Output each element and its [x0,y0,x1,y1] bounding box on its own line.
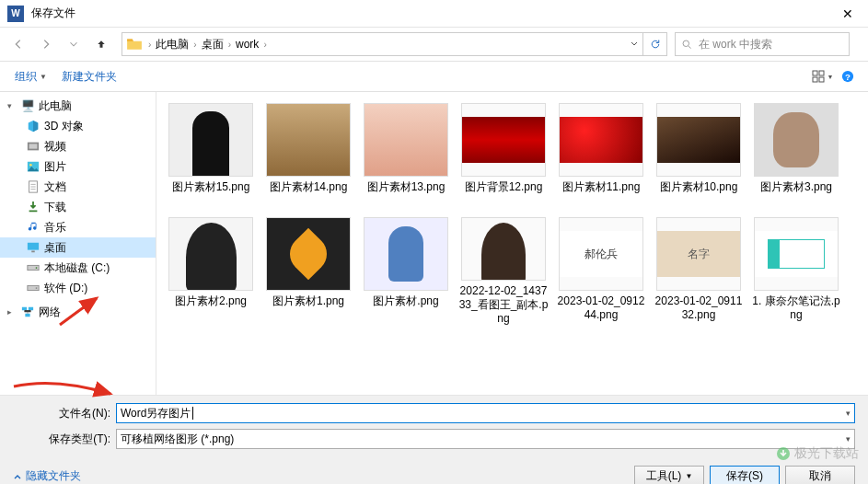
up-button[interactable] [88,32,114,56]
file-item[interactable]: 1. 康奈尔笔记法.png [749,215,843,326]
filename-label: 文件名(N): [13,406,116,421]
file-item[interactable]: 图片背景12.png [457,101,550,212]
pc-icon: 🖥️ [20,98,35,113]
navigation-tree: ▾🖥️此电脑 3D 对象 视频 图片 文档 下载 音乐 桌面 本地磁盘 (C:)… [0,92,156,395]
tree-network[interactable]: ▸网络 [0,302,156,322]
chevron-down-icon[interactable]: ▾ [846,434,851,444]
picture-icon [26,159,41,174]
save-form: 文件名(N): Word另存图片 ▾ 保存类型(T): 可移植网络图形 (*.p… [0,395,868,460]
text-cursor [192,407,193,420]
document-icon [26,179,41,194]
toolbar: 组织▼ 新建文件夹 ▼ ? [0,61,868,92]
chevron-down-icon[interactable]: ▾ [846,409,851,418]
tree-this-pc[interactable]: ▾🖥️此电脑 [0,96,156,116]
file-item[interactable]: 图片素材1.png [261,215,355,326]
cancel-button[interactable]: 取消 [785,466,855,484]
folder-icon [126,36,143,52]
word-app-icon: W [7,6,24,22]
desktop-icon [26,240,41,255]
svg-text:?: ? [845,72,851,82]
save-button[interactable]: 保存(S) [710,466,780,484]
tree-desktop[interactable]: 桌面 [0,237,156,258]
svg-rect-21 [25,314,29,317]
chevron-up-icon [13,472,22,481]
svg-rect-1 [813,71,817,75]
chevron-right-icon[interactable]: › [261,40,268,50]
filename-input[interactable]: Word另存图片 ▾ [116,403,855,423]
tree-3d-objects[interactable]: 3D 对象 [0,116,156,136]
svg-rect-2 [819,71,824,75]
window-title: 保存文件 [31,6,827,21]
network-icon [20,305,35,319]
search-input[interactable]: 在 work 中搜索 [675,32,850,56]
file-list[interactable]: 图片素材15.png 图片素材14.png 图片素材13.png 图片背景12.… [156,92,868,395]
chevron-right-icon[interactable]: › [146,40,153,50]
tree-documents[interactable]: 文档 [0,177,156,197]
video-icon [26,139,41,154]
svg-point-0 [683,40,689,47]
organize-menu[interactable]: 组织▼ [7,65,54,88]
svg-rect-3 [813,77,817,82]
search-placeholder: 在 work 中搜索 [699,37,772,52]
svg-rect-4 [819,77,824,82]
cube-icon [26,119,41,133]
tree-downloads[interactable]: 下载 [0,197,156,217]
music-icon [26,220,41,235]
title-bar: W 保存文件 ✕ [0,0,868,28]
forward-button[interactable] [33,32,59,56]
svg-rect-20 [29,307,33,311]
view-options-button[interactable]: ▼ [809,64,835,88]
file-item[interactable]: 郝伦兵2023-01-02_091244.png [554,215,648,326]
svg-point-10 [29,164,32,167]
tree-music[interactable]: 音乐 [0,217,156,237]
file-item[interactable]: 图片素材14.png [261,101,355,212]
close-button[interactable]: ✕ [827,0,868,28]
tools-menu[interactable]: 工具(L)▼ [634,466,704,484]
file-item[interactable]: 名字2023-01-02_091132.png [652,215,746,326]
svg-rect-19 [22,307,27,311]
breadcrumb-work[interactable]: work [233,33,261,55]
filetype-dropdown[interactable]: 可移植网络图形 (*.png) ▾ [116,429,855,449]
file-item[interactable]: 图片素材15.png [164,101,258,212]
main-area: ▾🖥️此电脑 3D 对象 视频 图片 文档 下载 音乐 桌面 本地磁盘 (C:)… [0,92,868,395]
svg-rect-13 [28,243,39,250]
tree-local-disk-c[interactable]: 本地磁盘 (C:) [0,258,156,278]
svg-point-16 [36,267,38,269]
file-item[interactable]: 图片素材.png [359,215,453,326]
download-icon [26,200,41,214]
drive-icon [26,281,41,295]
back-button[interactable] [6,32,31,56]
hide-folders-toggle[interactable]: 隐藏文件夹 [13,468,81,484]
dialog-footer: 隐藏文件夹 工具(L)▼ 保存(S) 取消 [0,460,868,484]
file-item[interactable]: 2022-12-02_143733_看图王_副本.png [457,215,550,326]
tree-videos[interactable]: 视频 [0,136,156,156]
help-button[interactable]: ? [835,64,861,88]
file-item[interactable]: 图片素材10.png [652,101,746,212]
chevron-right-icon[interactable]: › [191,40,198,50]
tree-pictures[interactable]: 图片 [0,156,156,177]
svg-rect-8 [29,144,38,148]
file-item[interactable]: 图片素材13.png [359,101,453,212]
refresh-button[interactable] [642,33,666,55]
file-item[interactable]: 图片素材3.png [749,101,843,212]
file-item[interactable]: 图片素材2.png [164,215,258,326]
svg-point-18 [36,287,38,289]
recent-dropdown[interactable] [61,32,87,56]
tree-software-d[interactable]: 软件 (D:) [0,278,156,298]
nav-bar: › 此电脑 › 桌面 › work › 在 work 中搜索 [0,28,868,61]
drive-icon [26,260,41,275]
filetype-label: 保存类型(T): [13,432,116,447]
chevron-right-icon[interactable]: › [226,40,233,50]
svg-rect-14 [31,251,35,253]
address-history-dropdown[interactable] [624,33,642,55]
search-icon [681,39,693,51]
svg-rect-12 [29,211,38,213]
address-bar[interactable]: › 此电脑 › 桌面 › work › [122,32,667,56]
breadcrumb-desktop[interactable]: 桌面 [199,33,226,55]
breadcrumb-this-pc[interactable]: 此电脑 [153,33,191,55]
file-item[interactable]: 图片素材11.png [554,101,648,212]
new-folder-button[interactable]: 新建文件夹 [54,65,124,88]
